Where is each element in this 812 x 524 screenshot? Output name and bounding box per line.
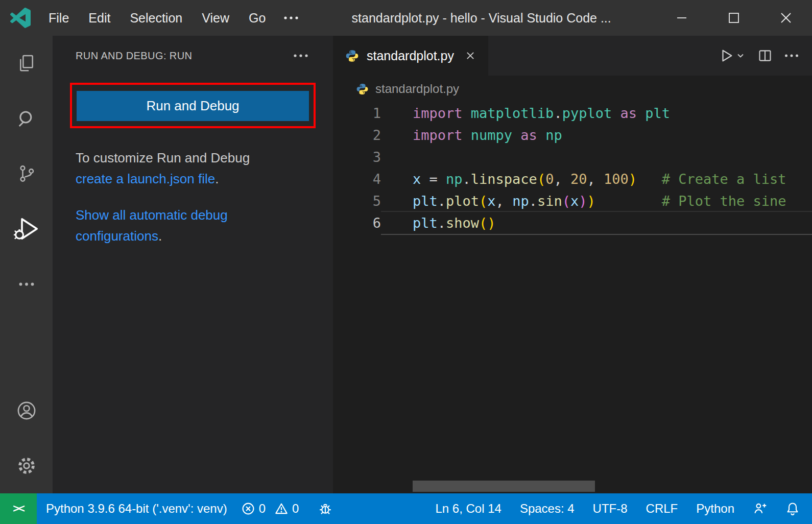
cursor-position-status[interactable]: Ln 6, Col 14 xyxy=(435,502,501,516)
code-token[interactable] xyxy=(612,105,620,121)
code-token[interactable]: plt xyxy=(413,193,438,209)
code-token[interactable]: , xyxy=(587,171,604,187)
code-line-content[interactable]: import matplotlib.pyplot as plt xyxy=(381,102,812,124)
code-token[interactable]: np xyxy=(446,171,463,187)
code-token[interactable]: . xyxy=(438,215,446,231)
line-number[interactable]: 2 xyxy=(333,124,381,146)
menu-selection[interactable]: Selection xyxy=(120,11,192,26)
horizontal-scrollbar[interactable] xyxy=(413,481,595,492)
code-line[interactable]: 2import numpy as np xyxy=(333,124,812,146)
code-line[interactable]: 6plt.show() xyxy=(333,212,812,234)
editor-more-actions-icon[interactable] xyxy=(784,54,799,58)
code-token[interactable]: , xyxy=(496,193,513,209)
maximize-button[interactable] xyxy=(708,0,760,36)
language-mode-status[interactable]: Python xyxy=(696,502,734,516)
code-token[interactable] xyxy=(637,105,645,121)
code-line[interactable]: 4x = np.linspace(0, 20, 100) # Create a … xyxy=(333,168,812,190)
encoding-status[interactable]: UTF-8 xyxy=(593,502,628,516)
code-token[interactable]: 0 xyxy=(545,171,554,187)
code-line-content[interactable]: import numpy as np xyxy=(381,124,812,146)
code-token[interactable]: as xyxy=(520,127,537,143)
code-token[interactable]: show xyxy=(446,215,479,231)
code-token[interactable]: linspace xyxy=(471,171,537,187)
code-token[interactable]: # Plot the sine xyxy=(662,193,786,209)
code-token[interactable]: = xyxy=(421,171,446,187)
code-token[interactable]: ) xyxy=(579,193,587,209)
show-all-configurations-link[interactable]: Show all automatic debug configurations xyxy=(76,207,228,244)
problems-status[interactable]: 0 0 xyxy=(242,502,304,516)
more-views-icon[interactable] xyxy=(0,256,53,312)
code-line[interactable]: 3 xyxy=(333,146,812,168)
code-line-content[interactable]: x = np.linspace(0, 20, 100) # Create a l… xyxy=(381,168,812,190)
code-token[interactable]: ( xyxy=(479,193,487,209)
line-number[interactable]: 6 xyxy=(333,212,381,234)
code-token[interactable]: . xyxy=(463,171,471,187)
code-token[interactable] xyxy=(463,105,471,121)
line-number[interactable]: 4 xyxy=(333,168,381,190)
tab-standardplot[interactable]: standardplot.py xyxy=(333,36,488,76)
python-interpreter-status[interactable]: Python 3.9.6 64-bit ('.venv': venv) xyxy=(46,502,227,516)
code-line-content[interactable] xyxy=(381,146,812,168)
line-number[interactable]: 3 xyxy=(333,146,381,168)
code-token[interactable]: . xyxy=(554,105,562,121)
code-editor[interactable]: 1import matplotlib.pyplot as plt2import … xyxy=(333,102,812,234)
code-token[interactable]: as xyxy=(620,105,637,121)
code-token[interactable]: ( xyxy=(537,171,545,187)
eol-status[interactable]: CRLF xyxy=(646,502,678,516)
accounts-icon[interactable] xyxy=(0,383,53,438)
remote-indicator[interactable]: >< xyxy=(0,493,37,524)
code-token[interactable]: plot xyxy=(446,193,479,209)
code-line[interactable]: 5plt.plot(x, np.sin(x)) # Plot the sine xyxy=(333,190,812,212)
code-token[interactable]: ( xyxy=(562,193,570,209)
code-token[interactable] xyxy=(595,193,662,209)
code-token[interactable]: import xyxy=(413,127,463,143)
menu-file[interactable]: File xyxy=(39,11,79,26)
code-token[interactable]: 100 xyxy=(604,171,629,187)
run-and-debug-button[interactable]: Run and Debug xyxy=(77,91,309,121)
code-token[interactable]: . xyxy=(438,193,446,209)
code-token[interactable]: x xyxy=(487,193,495,209)
line-number[interactable]: 5 xyxy=(333,190,381,212)
code-token[interactable]: ( xyxy=(479,215,487,231)
split-editor-icon[interactable] xyxy=(758,49,772,63)
code-token[interactable]: sin xyxy=(537,193,562,209)
code-token[interactable]: pyplot xyxy=(562,105,612,121)
panel-more-actions-icon[interactable] xyxy=(293,54,308,58)
notifications-bell-icon[interactable] xyxy=(785,502,800,516)
tab-close-icon[interactable] xyxy=(465,50,476,61)
debug-icon[interactable] xyxy=(318,502,332,516)
close-button[interactable] xyxy=(760,0,812,36)
code-token[interactable]: plt xyxy=(413,215,438,231)
code-line[interactable]: 1import matplotlib.pyplot as plt xyxy=(333,102,812,124)
code-token[interactable]: plt xyxy=(645,105,670,121)
code-token[interactable]: ) xyxy=(487,215,495,231)
code-token[interactable] xyxy=(512,127,520,143)
feedback-icon[interactable] xyxy=(753,502,767,516)
breadcrumb-file-name[interactable]: standardplot.py xyxy=(375,82,459,96)
code-token[interactable]: # Create a list xyxy=(662,171,786,187)
menu-view[interactable]: View xyxy=(192,11,239,26)
explorer-icon[interactable] xyxy=(0,36,53,91)
minimize-button[interactable] xyxy=(656,0,708,36)
code-token[interactable]: matplotlib xyxy=(471,105,554,121)
menu-edit[interactable]: Edit xyxy=(79,11,120,26)
code-token[interactable]: np xyxy=(512,193,529,209)
code-token[interactable]: , xyxy=(554,171,570,187)
code-line-content[interactable]: plt.show() xyxy=(381,212,812,234)
code-token[interactable]: import xyxy=(413,105,463,121)
menu-more-icon[interactable] xyxy=(275,16,307,20)
line-number[interactable]: 1 xyxy=(333,102,381,124)
code-token[interactable]: np xyxy=(545,127,562,143)
breadcrumb[interactable]: standardplot.py xyxy=(333,76,812,102)
code-token[interactable] xyxy=(463,127,471,143)
code-token[interactable]: x xyxy=(413,171,421,187)
code-token[interactable] xyxy=(537,127,545,143)
create-launch-json-link[interactable]: create a launch.json file xyxy=(76,171,215,186)
code-token[interactable]: 20 xyxy=(570,171,587,187)
menu-go[interactable]: Go xyxy=(239,11,275,26)
code-token[interactable] xyxy=(637,171,662,187)
run-and-debug-icon[interactable] xyxy=(0,201,53,256)
search-icon[interactable] xyxy=(0,91,53,146)
code-token[interactable]: numpy xyxy=(471,127,512,143)
indentation-status[interactable]: Spaces: 4 xyxy=(520,502,575,516)
